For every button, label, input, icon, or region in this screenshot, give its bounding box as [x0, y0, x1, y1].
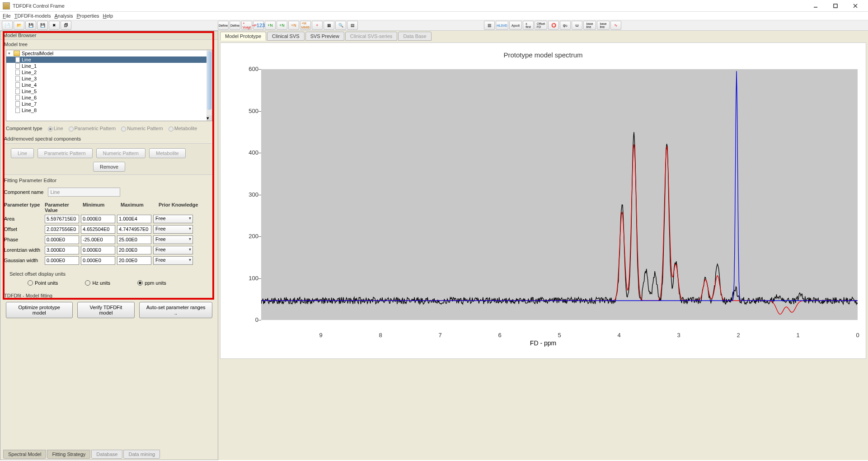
menu-models[interactable]: TDFDFit-models — [14, 13, 51, 19]
param-value-input[interactable] — [45, 215, 79, 223]
tb-plus-voigt-icon[interactable]: +Voigt — [241, 21, 252, 30]
param-max-input[interactable] — [117, 215, 151, 223]
optimize-button[interactable]: Optimize prototype model — [6, 302, 73, 318]
tb-saveas-icon[interactable]: 💾 — [37, 21, 48, 30]
tab-database-right[interactable]: Data Base — [398, 32, 431, 41]
tb-baseline1-icon[interactable]: baseline — [583, 21, 596, 30]
autoset-button[interactable]: Auto-set parameter ranges .. — [139, 302, 212, 318]
add-met-button[interactable]: Metabolite — [149, 148, 186, 158]
verify-button[interactable]: Verify TDFDFit model — [77, 302, 135, 318]
param-prior-select[interactable]: Free — [153, 225, 193, 234]
param-prior-select[interactable]: Free — [153, 256, 193, 265]
tb-xfirst-icon[interactable]: xfirst — [523, 21, 534, 30]
tab-clinical-svs-series[interactable]: Clinical SVS-series — [345, 32, 398, 41]
param-min-input[interactable] — [81, 215, 115, 223]
param-value-input[interactable] — [45, 235, 79, 244]
tb-print-icon[interactable]: 🗐 — [61, 21, 71, 30]
radio-np — [121, 127, 126, 132]
minimize-button[interactable] — [806, 1, 826, 11]
tb-t1-icon[interactable]: ▦ — [324, 21, 334, 30]
tb-t3-icon[interactable]: ▤ — [347, 21, 358, 30]
tree-item[interactable]: Line_4 — [6, 82, 212, 88]
tb-plus-n3-icon[interactable]: +N — [288, 21, 299, 30]
tree-item[interactable]: Line_1 — [6, 63, 212, 69]
radio-hz-units[interactable]: Hz units — [85, 280, 110, 286]
tb-define1-icon[interactable]: Define — [218, 21, 229, 30]
tree-item[interactable]: Line_5 — [6, 88, 212, 94]
radio-point-units[interactable]: Point units — [28, 280, 58, 286]
param-prior-select[interactable]: Free — [153, 215, 193, 223]
tree-item[interactable]: Line_3 — [6, 75, 212, 82]
tb-plus-n2-icon[interactable]: +N — [277, 21, 287, 30]
x-tick-label: 4 — [612, 332, 626, 339]
param-min-input[interactable] — [81, 256, 115, 265]
file-icon — [15, 82, 20, 88]
param-max-input[interactable] — [117, 225, 151, 234]
left-panel: Model Browser Model tree ▾ SpectralModel… — [0, 31, 218, 460]
tb-plus-n1-icon[interactable]: +N — [265, 21, 276, 30]
param-min-input[interactable] — [81, 246, 115, 254]
param-value-input[interactable] — [45, 225, 79, 234]
tb-t2-icon[interactable]: 🔍 — [335, 21, 346, 30]
tb-phi-icon[interactable]: φ₀ — [560, 21, 571, 30]
maximize-button[interactable] — [826, 1, 845, 11]
param-prior-select[interactable]: Free — [153, 235, 193, 244]
tb-r1-icon[interactable]: ▥ — [484, 21, 495, 30]
param-row: Offset Free — [4, 224, 214, 235]
tb-plus-icon[interactable]: + — [312, 21, 323, 30]
param-max-input[interactable] — [117, 246, 151, 254]
menu-properties[interactable]: Properties — [76, 13, 99, 19]
tb-baseline2-icon[interactable]: baseline — [597, 21, 610, 30]
tb-close-icon[interactable]: ✖ — [49, 21, 60, 30]
tab-data-mining[interactable]: Data mining — [123, 450, 160, 459]
tb-save-icon[interactable]: 💾 — [25, 21, 36, 30]
menu-file[interactable]: File — [3, 13, 11, 19]
remove-button[interactable]: Remove — [93, 162, 125, 172]
param-value-input[interactable] — [45, 256, 79, 265]
param-min-input[interactable] — [81, 235, 115, 244]
chart-area: Prototype model spectrum 010020030040050… — [220, 42, 866, 359]
compname-input[interactable] — [48, 188, 120, 197]
tb-define2-icon[interactable]: Define — [230, 21, 240, 30]
radio-ppm-units[interactable]: ppm units — [137, 280, 166, 286]
tab-svs-preview[interactable]: SVS Preview — [305, 32, 344, 41]
expander-icon[interactable]: ▾ — [8, 51, 12, 56]
tb-plus-m-icon[interactable]: +MMMB — [300, 21, 311, 30]
add-pp-button[interactable]: Parametric Pattern — [38, 148, 93, 158]
tb-apodi-icon[interactable]: Apodi — [509, 21, 522, 30]
param-prior-select[interactable]: Free — [153, 246, 193, 254]
menu-help[interactable]: Help — [103, 13, 113, 19]
tb-plus-p-icon[interactable]: +P123 — [253, 21, 264, 30]
tree-item[interactable]: Line_6 — [6, 94, 212, 101]
tb-open-icon[interactable]: 📂 — [14, 21, 24, 30]
add-line-button[interactable]: Line — [11, 148, 34, 158]
menu-analysis[interactable]: Analysis — [54, 13, 73, 19]
param-min-input[interactable] — [81, 225, 115, 234]
param-max-input[interactable] — [117, 235, 151, 244]
tree-root[interactable]: ▾ SpectralModel — [6, 50, 212, 56]
tb-r5-icon[interactable]: OffsetFD — [535, 21, 547, 30]
tab-database[interactable]: Database — [91, 450, 122, 459]
add-np-button[interactable]: Numeric Pattern — [96, 148, 145, 158]
tree-scrollbar[interactable]: ▾ — [206, 50, 212, 121]
tree-item[interactable]: Line_7 — [6, 101, 212, 107]
close-button[interactable] — [845, 1, 865, 11]
tb-r6-icon[interactable]: ⭕ — [548, 21, 559, 30]
param-value-input[interactable] — [45, 246, 79, 254]
tab-fitting-strategy[interactable]: Fitting Strategy — [47, 450, 90, 459]
add-remove-section: Line Parametric Pattern Numeric Pattern … — [4, 143, 214, 175]
tab-spectral-model[interactable]: Spectral Model — [3, 450, 46, 459]
tab-model-prototype[interactable]: Model Prototype — [220, 32, 266, 41]
model-tree[interactable]: ▾ SpectralModel Line Line_1 Line_2 Line_… — [6, 50, 212, 121]
tb-omega-icon[interactable]: ω — [572, 21, 582, 30]
tree-item[interactable]: Line_8 — [6, 107, 212, 113]
tb-hlsvd-icon[interactable]: HLSVD — [496, 21, 508, 30]
tab-clinical-svs[interactable]: Clinical SVS — [267, 32, 305, 41]
x-tick-label: 9 — [314, 332, 328, 339]
tb-r11-icon[interactable]: ∿ — [610, 21, 621, 30]
param-max-input[interactable] — [117, 256, 151, 265]
tree-item[interactable]: Line_2 — [6, 69, 212, 75]
tree-item[interactable]: Line — [6, 56, 212, 63]
tb-new-icon[interactable]: 📄 — [2, 21, 13, 30]
x-tick-label: 7 — [433, 332, 447, 339]
